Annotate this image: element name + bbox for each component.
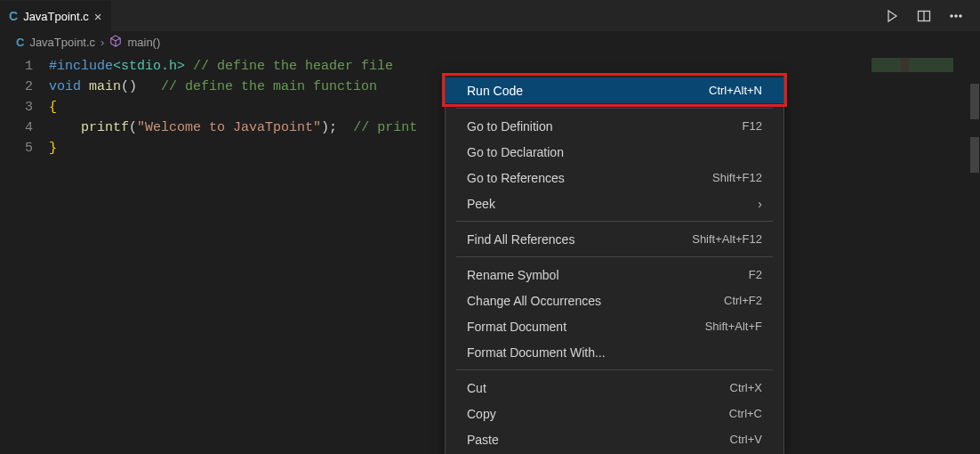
menu-label: Run Code: [467, 84, 523, 98]
menu-shortcut: Shift+F12: [712, 171, 762, 184]
menu-label: Copy: [467, 407, 496, 421]
token: // print: [353, 120, 417, 135]
token: "Welcome to JavaTpoint": [137, 120, 321, 135]
tab-filename: JavaTpoint.c: [23, 10, 89, 23]
tab-bar-right: [884, 8, 980, 24]
menu-find-all-references[interactable]: Find All References Shift+Alt+F12: [446, 226, 783, 252]
menu-format-document-with[interactable]: Format Document With...: [446, 339, 783, 365]
svg-point-4: [960, 14, 962, 17]
menu-shortcut: F2: [749, 268, 762, 281]
menu-paste[interactable]: Paste Ctrl+V: [446, 426, 783, 452]
close-icon[interactable]: ×: [94, 9, 102, 24]
editor-tab[interactable]: C JavaTpoint.c ×: [0, 0, 111, 31]
menu-rename-symbol[interactable]: Rename Symbol F2: [446, 262, 783, 288]
token: [49, 120, 81, 135]
svg-point-2: [951, 14, 953, 17]
menu-peek[interactable]: Peek ›: [446, 191, 783, 216]
menu-shortcut: Ctrl+Alt+N: [709, 84, 762, 97]
token: printf: [81, 120, 129, 135]
minimap-line: [872, 58, 953, 72]
token: main: [81, 79, 121, 94]
token: [337, 120, 353, 135]
menu-copy[interactable]: Copy Ctrl+C: [446, 401, 783, 426]
menu-label: Change All Occurrences: [467, 294, 601, 308]
token: (): [121, 79, 137, 94]
symbol-icon: [109, 35, 122, 50]
menu-label: Rename Symbol: [467, 268, 559, 282]
menu-separator: [456, 256, 773, 257]
menu-shortcut: Ctrl+X: [730, 381, 762, 394]
menu-label: Paste: [467, 433, 499, 447]
menu-shortcut: Ctrl+C: [729, 407, 762, 420]
menu-label: Cut: [467, 381, 486, 395]
token: );: [321, 120, 337, 135]
scrollbar-vertical[interactable]: [969, 53, 980, 454]
chevron-right-icon: ›: [100, 36, 104, 49]
menu-label: Peek: [467, 197, 495, 211]
menu-label: Go to References: [467, 171, 565, 185]
line-number: 5: [0, 138, 33, 158]
line-number: 4: [0, 118, 33, 138]
menu-run-code[interactable]: Run Code Ctrl+Alt+N: [446, 77, 783, 103]
token: }: [49, 141, 57, 156]
menu-shortcut: F12: [743, 119, 762, 133]
menu-label: Find All References: [467, 232, 574, 247]
menu-shortcut: Ctrl+V: [730, 433, 762, 446]
svg-point-3: [955, 14, 958, 17]
minimap[interactable]: [863, 53, 969, 454]
context-menu: Run Code Ctrl+Alt+N Go to Definition F12…: [445, 73, 784, 454]
token: // define the main function: [161, 79, 377, 94]
token: <stdio.h>: [113, 59, 185, 74]
menu-format-document[interactable]: Format Document Shift+Alt+F: [446, 313, 783, 339]
menu-label: Go to Definition: [467, 119, 553, 134]
scrollbar-thumb[interactable]: [970, 84, 979, 119]
token: [137, 79, 161, 94]
menu-go-declaration[interactable]: Go to Declaration: [446, 139, 783, 165]
menu-shortcut: Ctrl+F2: [724, 294, 762, 307]
run-icon[interactable]: [884, 8, 900, 24]
menu-separator: [456, 369, 773, 370]
menu-shortcut: Shift+Alt+F12: [692, 232, 762, 246]
tab-bar: C JavaTpoint.c ×: [0, 0, 980, 31]
menu-cut[interactable]: Cut Ctrl+X: [446, 375, 783, 401]
c-file-icon: C: [9, 9, 18, 23]
menu-separator: [456, 221, 773, 222]
menu-label: Format Document: [467, 320, 566, 334]
token: // define the header file: [185, 59, 393, 74]
breadcrumb-file: JavaTpoint.c: [29, 36, 95, 49]
breadcrumb[interactable]: C JavaTpoint.c › main(): [0, 31, 980, 53]
breadcrumb-symbol: main(): [127, 36, 160, 49]
menu-label: Go to Declaration: [467, 145, 564, 159]
chevron-right-icon: ›: [758, 197, 762, 211]
token: {: [49, 100, 57, 115]
line-number: 3: [0, 97, 33, 118]
more-icon[interactable]: [948, 8, 964, 24]
menu-separator: [456, 108, 773, 109]
line-number: 2: [0, 77, 33, 97]
menu-label: Format Document With...: [467, 345, 606, 360]
menu-go-references[interactable]: Go to References Shift+F12: [446, 165, 783, 191]
scrollbar-thumb[interactable]: [970, 137, 979, 173]
menu-go-definition[interactable]: Go to Definition F12: [446, 113, 783, 139]
menu-shortcut: Shift+Alt+F: [705, 320, 762, 333]
c-file-icon: C: [16, 36, 24, 49]
token: #include: [49, 59, 113, 74]
token: (: [129, 120, 137, 135]
split-editor-icon[interactable]: [916, 8, 932, 24]
line-gutter: 1 2 3 4 5: [0, 53, 49, 454]
menu-change-all-occurrences[interactable]: Change All Occurrences Ctrl+F2: [446, 288, 783, 313]
line-number: 1: [0, 56, 33, 77]
token: void: [49, 79, 81, 94]
tab-bar-left: C JavaTpoint.c ×: [0, 0, 111, 31]
